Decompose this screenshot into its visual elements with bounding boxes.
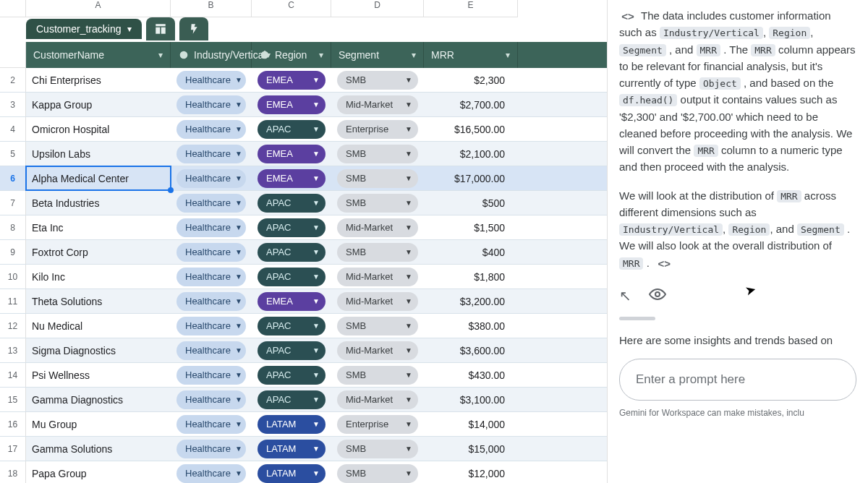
- cell-mrr[interactable]: $3,200.00: [424, 289, 518, 313]
- cell-region[interactable]: APAC▼: [252, 117, 331, 141]
- cell-segment[interactable]: SMB▼: [331, 68, 424, 92]
- industry-chip[interactable]: Healthcare▼: [176, 440, 246, 458]
- chevron-down-icon[interactable]: ▾: [319, 50, 323, 60]
- segment-chip[interactable]: SMB▼: [337, 145, 418, 163]
- cell-mrr[interactable]: $3,100.00: [424, 388, 518, 411]
- industry-chip[interactable]: Healthcare▼: [176, 390, 246, 409]
- industry-chip[interactable]: Healthcare▼: [176, 464, 246, 483]
- industry-chip[interactable]: Healthcare▼: [176, 145, 246, 163]
- region-chip[interactable]: LATAM▼: [258, 464, 326, 483]
- industry-chip[interactable]: Healthcare▼: [176, 218, 246, 237]
- cell-mrr[interactable]: $2,300: [424, 68, 518, 92]
- table-row[interactable]: 17Gamma SolutionsHealthcare▼LATAM▼SMB▼$1…: [0, 437, 607, 461]
- cell-customer-name[interactable]: Foxtrot Corp: [26, 240, 171, 264]
- cell-industry[interactable]: Healthcare▼: [171, 289, 252, 313]
- cell-region[interactable]: APAC▼: [252, 363, 331, 387]
- region-chip[interactable]: APAC▼: [258, 218, 326, 237]
- row-number[interactable]: 11: [0, 289, 26, 313]
- cell-customer-name[interactable]: Gamma Diagnostics: [26, 388, 171, 411]
- segment-chip[interactable]: SMB▼: [337, 243, 418, 262]
- segment-chip[interactable]: SMB▼: [337, 169, 418, 188]
- segment-chip[interactable]: Mid-Market▼: [337, 95, 418, 114]
- row-number[interactable]: 8: [0, 215, 26, 239]
- industry-chip[interactable]: Healthcare▼: [176, 341, 246, 360]
- chevron-down-icon[interactable]: ▾: [158, 50, 163, 60]
- cell-customer-name[interactable]: Theta Solutions: [26, 289, 171, 313]
- cell-region[interactable]: APAC▼: [252, 215, 331, 239]
- region-chip[interactable]: APAC▼: [258, 366, 326, 385]
- cell-industry[interactable]: Healthcare▼: [171, 68, 252, 92]
- cell-segment[interactable]: SMB▼: [331, 240, 424, 264]
- region-chip[interactable]: APAC▼: [258, 390, 326, 409]
- region-chip[interactable]: APAC▼: [258, 341, 326, 360]
- cell-industry[interactable]: Healthcare▼: [171, 437, 252, 461]
- row-number[interactable]: 16: [0, 412, 26, 436]
- row-number[interactable]: 5: [0, 142, 26, 166]
- cell-mrr[interactable]: $380.00: [424, 314, 518, 338]
- region-chip[interactable]: EMEA▼: [258, 292, 326, 311]
- cell-industry[interactable]: Healthcare▼: [171, 240, 252, 264]
- cell-region[interactable]: LATAM▼: [252, 461, 331, 483]
- cell-region[interactable]: LATAM▼: [252, 437, 331, 461]
- cell-segment[interactable]: Enterprise▼: [331, 412, 424, 436]
- cell-industry[interactable]: Healthcare▼: [171, 265, 252, 288]
- cell-industry[interactable]: Healthcare▼: [171, 412, 252, 436]
- segment-chip[interactable]: SMB▼: [337, 464, 418, 483]
- cell-industry[interactable]: Healthcare▼: [171, 117, 252, 141]
- cell-segment[interactable]: Mid-Market▼: [331, 215, 424, 239]
- cell-region[interactable]: EMEA▼: [252, 68, 331, 92]
- cell-customer-name[interactable]: Upsilon Labs: [26, 142, 171, 166]
- cell-customer-name[interactable]: Eta Inc: [26, 215, 171, 239]
- region-chip[interactable]: EMEA▼: [258, 71, 326, 90]
- cell-region[interactable]: LATAM▼: [252, 412, 331, 436]
- cell-mrr[interactable]: $14,000: [424, 412, 518, 436]
- header-segment[interactable]: Segment ▾: [331, 42, 424, 68]
- cell-mrr[interactable]: $1,800: [424, 265, 518, 288]
- row-number[interactable]: 12: [0, 314, 26, 338]
- cell-industry[interactable]: Healthcare▼: [171, 166, 252, 190]
- industry-chip[interactable]: Healthcare▼: [176, 292, 246, 311]
- cell-segment[interactable]: SMB▼: [331, 363, 424, 387]
- cell-mrr[interactable]: $12,000: [424, 461, 518, 483]
- region-chip[interactable]: LATAM▼: [258, 415, 326, 434]
- segment-chip[interactable]: SMB▼: [337, 194, 418, 213]
- industry-chip[interactable]: Healthcare▼: [176, 194, 246, 213]
- prompt-input[interactable]: Enter a prompt here: [619, 359, 856, 401]
- cell-segment[interactable]: SMB▼: [331, 166, 424, 190]
- table-icon-button[interactable]: [146, 17, 175, 40]
- sheet-tab[interactable]: Customer_tracking ▾: [26, 19, 142, 39]
- cell-region[interactable]: APAC▼: [252, 314, 331, 338]
- region-chip[interactable]: APAC▼: [258, 317, 326, 335]
- row-number[interactable]: 9: [0, 240, 26, 264]
- region-chip[interactable]: APAC▼: [258, 194, 326, 213]
- industry-chip[interactable]: Healthcare▼: [176, 169, 246, 188]
- row-number[interactable]: 2: [0, 68, 26, 92]
- col-letter-d[interactable]: D: [331, 0, 424, 17]
- cell-customer-name[interactable]: Omicron Hospital: [26, 117, 171, 141]
- chevron-down-icon[interactable]: ▾: [412, 50, 416, 60]
- segment-chip[interactable]: Mid-Market▼: [337, 292, 418, 311]
- row-number[interactable]: 15: [0, 388, 26, 411]
- table-row[interactable]: 14Psi WellnessHealthcare▼APAC▼SMB▼$430.0…: [0, 363, 607, 388]
- drag-handle[interactable]: [619, 317, 655, 320]
- cell-industry[interactable]: Healthcare▼: [171, 142, 252, 166]
- cell-customer-name[interactable]: Beta Industries: [26, 191, 171, 215]
- cell-segment[interactable]: Mid-Market▼: [331, 265, 424, 288]
- cell-customer-name[interactable]: Chi Enterprises: [26, 68, 171, 92]
- cell-region[interactable]: APAC▼: [252, 388, 331, 411]
- segment-chip[interactable]: Enterprise▼: [337, 120, 418, 139]
- eye-icon[interactable]: [649, 286, 666, 307]
- row-number[interactable]: 4: [0, 117, 26, 141]
- table-row[interactable]: 12Nu MedicalHealthcare▼APAC▼SMB▼$380.00: [0, 314, 607, 338]
- code-toggle-icon[interactable]: <>: [655, 257, 673, 271]
- region-chip[interactable]: LATAM▼: [258, 440, 326, 458]
- cell-region[interactable]: EMEA▼: [252, 166, 331, 190]
- cell-region[interactable]: EMEA▼: [252, 142, 331, 166]
- segment-chip[interactable]: SMB▼: [337, 317, 418, 335]
- cell-customer-name[interactable]: Psi Wellness: [26, 363, 171, 387]
- segment-chip[interactable]: Mid-Market▼: [337, 268, 418, 286]
- cell-customer-name[interactable]: Kilo Inc: [26, 265, 171, 288]
- cell-mrr[interactable]: $17,000.00: [424, 166, 518, 190]
- industry-chip[interactable]: Healthcare▼: [176, 95, 246, 114]
- cell-region[interactable]: EMEA▼: [252, 93, 331, 116]
